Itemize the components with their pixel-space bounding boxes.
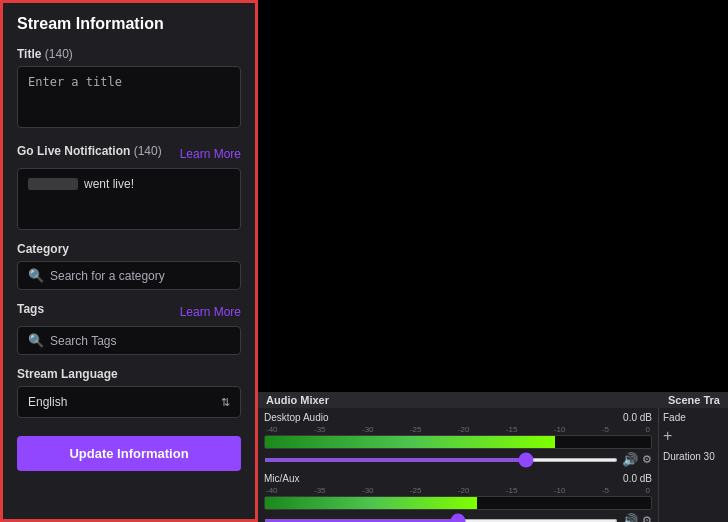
title-field-group: Title (140) (17, 47, 241, 132)
mic-aux-speaker-icon[interactable]: 🔊 (622, 513, 638, 522)
panel-title: Stream Information (17, 15, 241, 33)
mic-aux-header: Mic/Aux 0.0 dB (264, 473, 652, 484)
notification-text: went live! (28, 177, 230, 191)
tags-search-icon: 🔍 (28, 333, 44, 348)
notification-char-count: (140) (134, 144, 162, 158)
mic-aux-label: Mic/Aux (264, 473, 300, 484)
title-label: Title (140) (17, 47, 241, 61)
stream-information-panel: Stream Information Title (140) Go Live N… (0, 0, 258, 522)
tags-search-wrapper: 🔍 (17, 326, 241, 355)
language-select-wrapper: English ⇅ (17, 386, 241, 418)
tags-learn-more[interactable]: Learn More (180, 305, 241, 319)
desktop-audio-bar (264, 435, 652, 449)
desktop-audio-speaker-icon[interactable]: 🔊 (622, 452, 638, 467)
language-select[interactable]: English (18, 387, 240, 417)
audio-mixer-area: Desktop Audio 0.0 dB -40 -35 -30 -25 -20… (258, 408, 658, 522)
audio-mixer-section: Desktop Audio 0.0 dB -40 -35 -30 -25 -20… (258, 408, 658, 522)
tags-label: Tags (17, 302, 44, 316)
scene-transitions-section: Fade + Duration 30 (658, 408, 728, 522)
desktop-audio-label: Desktop Audio (264, 412, 329, 423)
db-scale-2: -40 -35 -30 -25 -20 -15 -10 -5 0 (264, 486, 652, 495)
category-search-input[interactable] (50, 269, 230, 283)
db-scale-1: -40 -35 -30 -25 -20 -15 -10 -5 0 (264, 425, 652, 434)
desktop-audio-gear-icon[interactable]: ⚙ (642, 453, 652, 466)
language-label: Stream Language (17, 367, 241, 381)
mic-aux-bar (264, 496, 652, 510)
language-field-group: Stream Language English ⇅ (17, 367, 241, 418)
audio-mixer-title: Audio Mixer (266, 394, 329, 406)
category-search-icon: 🔍 (28, 268, 44, 283)
duration-label: Duration 30 (663, 451, 724, 462)
mic-aux-level (265, 497, 477, 509)
scene-transition-title: Scene Tra (668, 394, 720, 406)
notification-label: Go Live Notification (140) (17, 144, 162, 158)
mic-aux-slider[interactable] (264, 519, 618, 523)
notification-label-row: Go Live Notification (140) Learn More (17, 144, 241, 163)
notification-field-group: Go Live Notification (140) Learn More we… (17, 144, 241, 230)
desktop-audio-level (265, 436, 555, 448)
tags-field-group: Tags Learn More 🔍 (17, 302, 241, 355)
bottom-top-row: Audio Mixer Scene Tra (258, 392, 728, 408)
desktop-audio-track: Desktop Audio 0.0 dB -40 -35 -30 -25 -20… (264, 412, 652, 467)
notification-box: went live! (17, 168, 241, 230)
desktop-audio-controls: 🔊 ⚙ (264, 452, 652, 467)
desktop-audio-slider[interactable] (264, 458, 618, 462)
fade-label: Fade (663, 412, 724, 423)
username-placeholder (28, 178, 78, 190)
right-panel: Audio Mixer Scene Tra Desktop Audio 0.0 … (258, 0, 728, 522)
category-search-wrapper: 🔍 (17, 261, 241, 290)
category-label: Category (17, 242, 241, 256)
preview-area (258, 0, 728, 392)
category-field-group: Category 🔍 (17, 242, 241, 290)
title-input[interactable] (17, 66, 241, 128)
mic-aux-controls: 🔊 ⚙ (264, 513, 652, 522)
bottom-bar: Audio Mixer Scene Tra Desktop Audio 0.0 … (258, 392, 728, 522)
bottom-area-wrapper: Desktop Audio 0.0 dB -40 -35 -30 -25 -20… (258, 408, 728, 522)
desktop-audio-db: 0.0 dB (623, 412, 652, 423)
tags-label-row: Tags Learn More (17, 302, 241, 321)
add-transition-row: + (663, 427, 724, 445)
update-information-button[interactable]: Update Information (17, 436, 241, 471)
desktop-audio-header: Desktop Audio 0.0 dB (264, 412, 652, 423)
mic-aux-db: 0.0 dB (623, 473, 652, 484)
mic-aux-gear-icon[interactable]: ⚙ (642, 514, 652, 522)
mic-aux-track: Mic/Aux 0.0 dB -40 -35 -30 -25 -20 -15 -… (264, 473, 652, 522)
notification-learn-more[interactable]: Learn More (180, 147, 241, 161)
title-char-count: (140) (45, 47, 73, 61)
add-transition-icon[interactable]: + (663, 427, 672, 445)
tags-search-input[interactable] (50, 334, 230, 348)
